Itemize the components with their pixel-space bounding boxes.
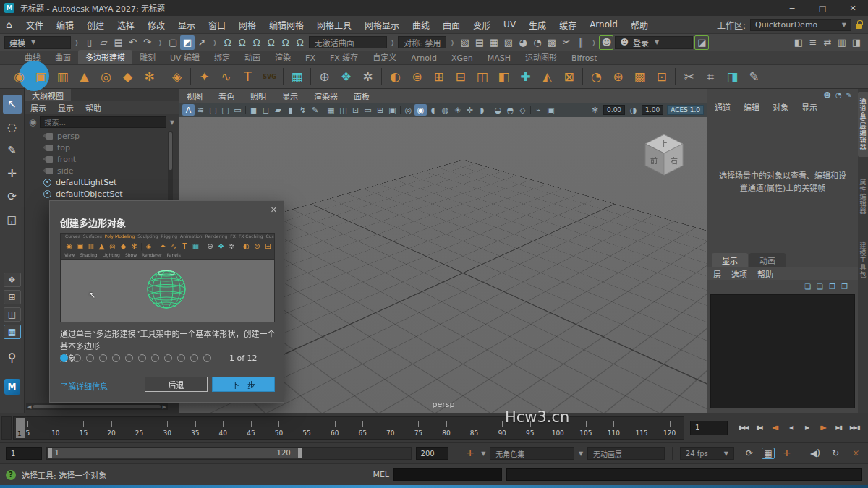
viewport-toolbar-icon[interactable]: ▢	[207, 104, 219, 116]
pagination-dot[interactable]	[73, 354, 81, 362]
shelf-tool-icon[interactable]: ▦	[286, 67, 307, 87]
layer-create-icon[interactable]: ❐	[841, 283, 848, 291]
pagination-dot[interactable]	[125, 354, 133, 362]
layer-menu-item[interactable]: 选项	[731, 268, 747, 280]
dialog-close-icon[interactable]: ✕	[271, 205, 277, 215]
playback-button[interactable]: ▶▶▮	[848, 421, 861, 435]
pagination-dot[interactable]	[190, 354, 198, 362]
selection-mask-icon[interactable]: ◩	[180, 35, 195, 50]
audio-sync-icon[interactable]: ✳	[849, 448, 862, 458]
viewport-toolbar-icon[interactable]: ◇	[516, 104, 529, 116]
filter-icon[interactable]: ◉	[29, 117, 36, 127]
playback-button[interactable]: ▶▮	[832, 421, 846, 435]
layer-menu-item[interactable]: 层	[713, 268, 721, 280]
menu-item[interactable]: 创建	[80, 19, 111, 31]
shelf-tool-icon[interactable]: ◆	[117, 67, 138, 87]
group-collapse-arrow[interactable]: ❭	[388, 39, 397, 46]
layer-create-icon[interactable]: ❏	[804, 283, 811, 291]
pagination-dot[interactable]	[164, 354, 172, 362]
group-collapse-arrow[interactable]: ❭	[590, 39, 598, 46]
active-surface-field[interactable]: 无激活曲面	[309, 36, 387, 48]
fps-select[interactable]: 24 fps ▼	[680, 447, 734, 460]
shelf-tool-icon[interactable]: ✻	[139, 67, 160, 87]
shelf-tool-icon[interactable]	[580, 67, 585, 87]
pagination-dot[interactable]	[60, 354, 68, 362]
playback-option-icon[interactable]: ⟳	[743, 448, 756, 458]
shelf-tool-icon[interactable]: ◎	[95, 67, 116, 87]
shelf-tool-icon[interactable]: ✲	[357, 67, 378, 87]
playback-button[interactable]: ▮◀	[752, 421, 766, 435]
minimize-button[interactable]: ─	[777, 0, 807, 16]
playback-option-icon[interactable]: ▦	[762, 448, 775, 459]
tool-icon[interactable]: ↖	[3, 95, 22, 114]
snap-icon[interactable]: Ω	[221, 35, 235, 50]
viewport-toolbar-icon[interactable]: ◫	[337, 104, 349, 116]
menu-item[interactable]: 网格	[232, 19, 263, 31]
menu-item[interactable]: 编辑网格	[263, 19, 310, 31]
pagination-dot[interactable]	[86, 354, 94, 362]
shelf-tool-icon[interactable]: ▩	[629, 67, 650, 87]
viewport-toolbar-icon[interactable]: ◻	[260, 104, 272, 116]
channelbox-header-icon[interactable]: ✎	[846, 91, 852, 99]
playback-button[interactable]: ◀▮	[768, 421, 782, 435]
mel-output-field[interactable]	[506, 468, 862, 481]
pagination-dot[interactable]	[99, 354, 107, 362]
menu-item[interactable]: 网格显示	[358, 19, 406, 31]
shelf-tool-icon[interactable]: ✦	[194, 67, 215, 87]
render-icon[interactable]: ▧	[458, 35, 472, 50]
pagination-dot[interactable]	[112, 354, 120, 362]
tool-icon[interactable]: ✎	[3, 141, 22, 160]
shelf-tool-icon[interactable]: ⊛	[608, 67, 629, 87]
viewport-menu-item[interactable]: 渲染器	[314, 90, 338, 102]
render-icon[interactable]: ▦	[487, 35, 501, 50]
sidebar-toggle-icon[interactable]: ◧	[791, 35, 806, 50]
shelf-tool-icon[interactable]: ⊠	[558, 67, 579, 87]
shelf-tool-icon[interactable]: ◨	[722, 67, 743, 87]
home-icon[interactable]: ⌂	[6, 19, 12, 30]
viewport-toolbar-icon[interactable]: ▣	[545, 104, 557, 116]
maximize-button[interactable]: □	[807, 0, 838, 16]
shelf-tool-icon[interactable]	[379, 67, 384, 87]
viewport-toolbar-icon[interactable]: ▦	[325, 104, 337, 116]
menu-item[interactable]: 变形	[467, 19, 497, 31]
outliner-menu-item[interactable]: 显示	[58, 102, 74, 114]
selection-mask-icon[interactable]: ➚	[195, 35, 209, 50]
chevron-down-icon[interactable]: ▼	[170, 119, 174, 126]
snap-icon[interactable]: Ω	[264, 35, 278, 50]
back-button[interactable]: 后退	[145, 377, 208, 392]
viewport-toolbar-icon[interactable]: ◉	[414, 104, 427, 116]
shelf-tab[interactable]: 渲染	[268, 50, 298, 64]
menu-set-select[interactable]: 建模 ▼	[4, 36, 71, 49]
group-collapse-arrow[interactable]: ❭	[448, 39, 456, 46]
channelbox-header-icon[interactable]: ◔	[835, 91, 842, 99]
shelf-tool-icon[interactable]: ⊡	[651, 67, 672, 87]
layout-button[interactable]: ❖	[4, 273, 21, 287]
viewport-toolbar-icon[interactable]: ⌁	[532, 104, 545, 116]
sidebar-toggle-icon[interactable]: ⇄	[820, 35, 835, 50]
sidebar-toggle-icon[interactable]: ▥	[835, 35, 849, 50]
current-time-marker[interactable]: 1	[16, 418, 25, 438]
tool-icon[interactable]: ⟳	[3, 187, 22, 206]
outliner-item[interactable]: top	[25, 142, 179, 153]
learn-more-link[interactable]: 了解详细信息	[60, 380, 108, 392]
exposure-field[interactable]: 0.00	[603, 105, 625, 115]
group-collapse-arrow[interactable]: ❭	[72, 39, 81, 46]
layer-menu-item[interactable]: 帮助	[757, 268, 773, 280]
channelbox-menu-item[interactable]: 显示	[801, 101, 817, 113]
outliner-item[interactable]: side	[25, 165, 179, 176]
shelf-tool-icon[interactable]: ◈	[166, 67, 187, 87]
avatar-icon[interactable]: ☻	[599, 35, 613, 50]
outliner-item[interactable]: defaultObjectSet	[25, 188, 179, 200]
sidebar-toggle-icon[interactable]: ≡	[806, 35, 820, 50]
shelf-tool-icon[interactable]: ∿	[216, 67, 237, 87]
lock-icon[interactable]	[856, 24, 862, 29]
file-op-icon[interactable]: ↷	[140, 35, 155, 50]
range-handle-start[interactable]	[48, 448, 52, 458]
gamma-field[interactable]: 1.00	[642, 105, 663, 115]
shelf-tab[interactable]: 动画	[237, 50, 268, 64]
shelf-tool-icon[interactable]	[673, 67, 678, 87]
workspace-select[interactable]: QuicktourDemo ▼	[750, 19, 851, 31]
gear-icon[interactable]: ✻	[589, 104, 601, 116]
snap-icon[interactable]: Ω	[235, 35, 250, 50]
menu-item[interactable]: Arnold	[583, 20, 624, 30]
